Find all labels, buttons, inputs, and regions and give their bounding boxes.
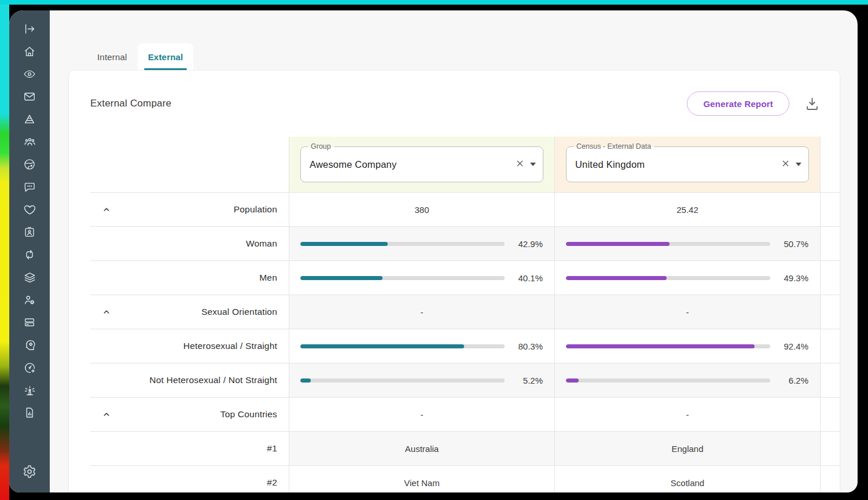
table-row-rank-1: #1 Australia England	[90, 431, 840, 465]
row-label: Woman	[246, 238, 277, 249]
pyramid-icon[interactable]	[23, 112, 36, 126]
row-label: Top Countries	[220, 409, 277, 420]
tab-bar: Internal External	[87, 43, 858, 70]
bar-value: 40.1%	[513, 273, 543, 283]
mail-icon[interactable]	[23, 90, 36, 104]
clear-icon[interactable]	[515, 159, 525, 171]
group-bar: 40.1%	[289, 273, 554, 283]
group-select-label: Group	[308, 142, 334, 151]
table-row-heterosexual: Heterosexual / Straight 80.3% 92.4%	[90, 329, 840, 363]
collapse-section-icon[interactable]	[101, 409, 112, 420]
report-doc-icon[interactable]	[23, 406, 36, 420]
gauge-add-icon[interactable]	[23, 361, 36, 374]
cards-icon[interactable]	[23, 315, 36, 329]
layers-icon[interactable]	[23, 270, 36, 284]
group-value: Australia	[289, 431, 554, 465]
id-badge-icon[interactable]	[23, 225, 36, 239]
user-settings-icon[interactable]	[23, 293, 36, 307]
selector-band: Group Awesome Company Census - External …	[90, 137, 840, 192]
census-value: Scotland	[554, 465, 821, 492]
group-value: Viet Nam	[289, 465, 554, 492]
row-label: Population	[234, 204, 277, 215]
census-select-label: Census - External Data	[573, 142, 654, 151]
chat-icon[interactable]	[23, 180, 36, 194]
external-compare-card: External Compare Generate Report Group A…	[68, 70, 840, 492]
group-select-value: Awesome Company	[310, 159, 396, 170]
clear-icon[interactable]	[781, 159, 790, 171]
sidebar	[9, 10, 50, 492]
group-value: -	[289, 295, 554, 329]
ai-head-icon[interactable]	[23, 338, 36, 352]
tab-internal[interactable]: Internal	[87, 43, 138, 70]
census-value: -	[554, 397, 821, 431]
screen-frame-top-strip	[0, 0, 868, 5]
screen-frame-left-strip	[0, 5, 9, 500]
download-icon[interactable]	[804, 96, 820, 112]
census-select-value: United Kingdom	[575, 159, 645, 170]
table-row-men: Men 40.1% 49.3%	[90, 260, 840, 295]
bar-value: 5.2%	[513, 376, 543, 385]
census-bar: 92.4%	[555, 341, 820, 351]
row-label: #2	[267, 477, 277, 488]
main-area: Internal External External Compare Gener…	[50, 10, 858, 492]
table-row-top-countries: Top Countries - -	[90, 397, 840, 431]
globe-icon[interactable]	[23, 157, 36, 171]
bar-value: 6.2%	[778, 376, 808, 385]
census-value: England	[554, 431, 821, 465]
row-label: Men	[259, 273, 277, 283]
census-bar: 50.7%	[555, 239, 820, 249]
group-bar: 5.2%	[289, 376, 554, 385]
census-bar: 6.2%	[555, 376, 820, 385]
census-bar: 49.3%	[555, 273, 820, 283]
census-column-header: Census - External Data United Kingdom	[554, 137, 821, 192]
tab-external[interactable]: External	[138, 43, 194, 70]
generate-report-button[interactable]: Generate Report	[687, 91, 789, 116]
row-label: #1	[267, 443, 277, 454]
group-bar: 80.3%	[289, 341, 554, 351]
census-value: -	[554, 295, 821, 329]
group-value: -	[289, 397, 554, 431]
table-row-population: Population 380 25.42	[90, 192, 840, 226]
chevron-down-icon[interactable]	[796, 163, 801, 166]
group-column-header: Group Awesome Company	[289, 137, 554, 192]
team-icon[interactable]	[23, 135, 36, 149]
page-title: External Compare	[90, 98, 171, 109]
group-select[interactable]: Group Awesome Company	[300, 146, 543, 182]
collapse-sidebar-icon[interactable]	[23, 22, 36, 36]
group-value: 380	[289, 192, 554, 226]
bar-value: 92.4%	[778, 341, 808, 351]
census-value: 25.42	[554, 192, 821, 226]
home-icon[interactable]	[23, 45, 36, 58]
bar-value: 49.3%	[778, 273, 808, 283]
bar-value: 80.3%	[513, 341, 543, 351]
eye-icon[interactable]	[23, 67, 36, 81]
app-window: Internal External External Compare Gener…	[9, 10, 858, 492]
bar-value: 50.7%	[778, 239, 808, 249]
table-row-sexual-orientation: Sexual Orientation - -	[90, 295, 840, 329]
table-row-not-heterosexual: Not Heterosexual / Not Straight 5.2% 6.2…	[90, 363, 840, 397]
collapse-section-icon[interactable]	[101, 306, 112, 318]
collapse-section-icon[interactable]	[101, 204, 112, 215]
beacon-icon[interactable]	[23, 383, 36, 397]
card-header: External Compare Generate Report	[69, 71, 840, 137]
heart-icon[interactable]	[23, 203, 36, 216]
table-row-woman: Woman 42.9% 50.7%	[90, 226, 840, 260]
journey-loop-icon[interactable]	[23, 248, 36, 262]
row-label: Sexual Orientation	[201, 307, 277, 317]
chevron-down-icon[interactable]	[530, 163, 536, 166]
row-label: Heterosexual / Straight	[183, 341, 277, 351]
row-label: Not Heterosexual / Not Straight	[149, 375, 277, 385]
group-bar: 42.9%	[289, 239, 554, 249]
settings-gear-icon[interactable]	[23, 465, 36, 479]
census-select[interactable]: Census - External Data United Kingdom	[566, 146, 809, 182]
bar-value: 42.9%	[513, 239, 543, 249]
table-row-rank-2: #2 Viet Nam Scotland	[90, 465, 840, 492]
